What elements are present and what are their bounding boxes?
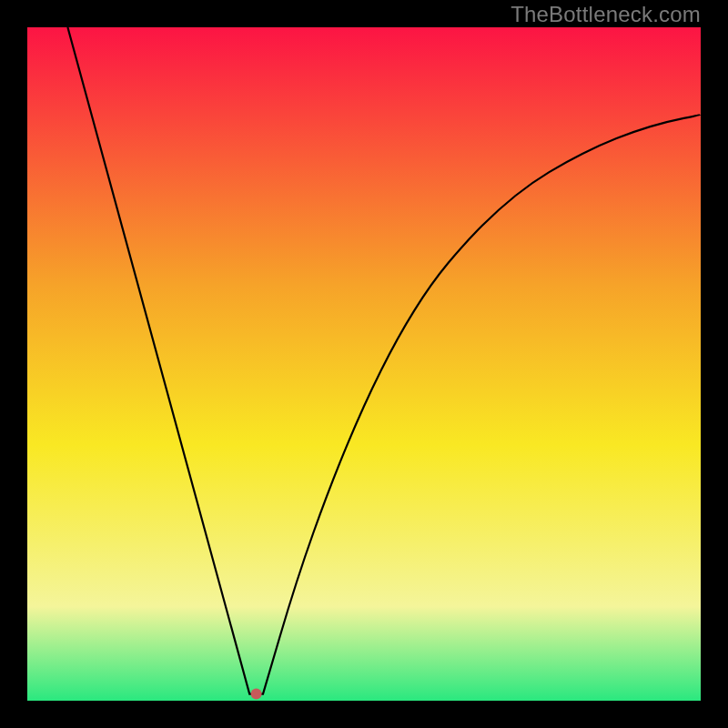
- watermark-label: TheBottleneck.com: [511, 2, 701, 27]
- chart-frame: [27, 27, 701, 701]
- optimal-point-marker: [251, 689, 262, 700]
- gradient-background: [27, 27, 701, 701]
- bottleneck-chart: [27, 27, 701, 701]
